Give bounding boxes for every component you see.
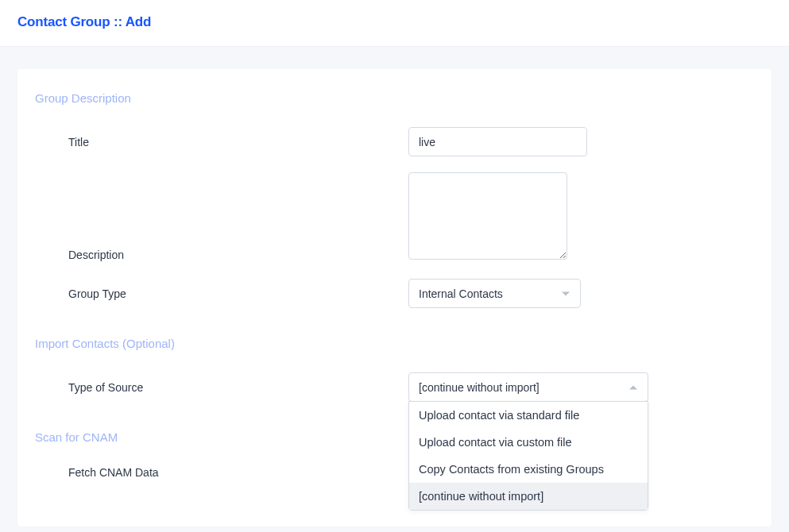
fetch-cnam-label: Fetch CNAM Data xyxy=(68,466,159,479)
group-type-select[interactable]: Internal Contacts xyxy=(408,279,581,308)
form-card: Group Description Title Description Grou… xyxy=(17,69,772,526)
group-type-select-wrap: Internal Contacts xyxy=(408,279,581,308)
group-type-label: Group Type xyxy=(68,287,126,300)
input-col xyxy=(408,172,754,263)
dropdown-option-existing-groups[interactable]: Copy Contacts from existing Groups xyxy=(409,456,648,483)
description-label: Description xyxy=(68,249,124,261)
section-heading-group-description: Group Description xyxy=(35,91,754,105)
source-type-select[interactable]: [continue without import] xyxy=(408,372,648,402)
source-type-label: Type of Source xyxy=(68,381,143,394)
label-col: Title xyxy=(35,127,408,156)
title-label: Title xyxy=(68,136,89,148)
row-source-type: Type of Source [continue without import]… xyxy=(35,372,754,402)
row-description: Description xyxy=(35,172,754,263)
page-header: Contact Group :: Add xyxy=(0,0,789,47)
input-col: Internal Contacts xyxy=(408,279,754,308)
title-input[interactable] xyxy=(408,127,587,156)
source-type-selected-value: [continue without import] xyxy=(419,381,540,394)
content-wrapper: Group Description Title Description Grou… xyxy=(0,47,789,526)
description-textarea[interactable] xyxy=(408,172,567,260)
row-title: Title xyxy=(35,127,754,156)
input-col: [continue without import] Upload contact… xyxy=(408,372,754,402)
label-col: Fetch CNAM Data xyxy=(35,466,408,479)
dropdown-option-standard-file[interactable]: Upload contact via standard file xyxy=(409,402,648,429)
dropdown-option-continue-without[interactable]: [continue without import] xyxy=(409,483,648,510)
group-type-selected-value: Internal Contacts xyxy=(419,287,503,300)
source-type-select-wrap: [continue without import] Upload contact… xyxy=(408,372,648,402)
input-col xyxy=(408,127,754,156)
dropdown-option-custom-file[interactable]: Upload contact via custom file xyxy=(409,429,648,456)
source-type-dropdown: Upload contact via standard file Upload … xyxy=(408,401,648,511)
section-heading-import-contacts: Import Contacts (Optional) xyxy=(35,337,754,350)
page-title: Contact Group :: Add xyxy=(17,14,772,30)
chevron-down-icon xyxy=(562,291,570,295)
chevron-up-icon xyxy=(629,385,637,389)
row-group-type: Group Type Internal Contacts xyxy=(35,279,754,308)
label-col: Type of Source xyxy=(35,372,408,402)
label-col: Group Type xyxy=(35,279,408,308)
label-col: Description xyxy=(35,249,408,263)
